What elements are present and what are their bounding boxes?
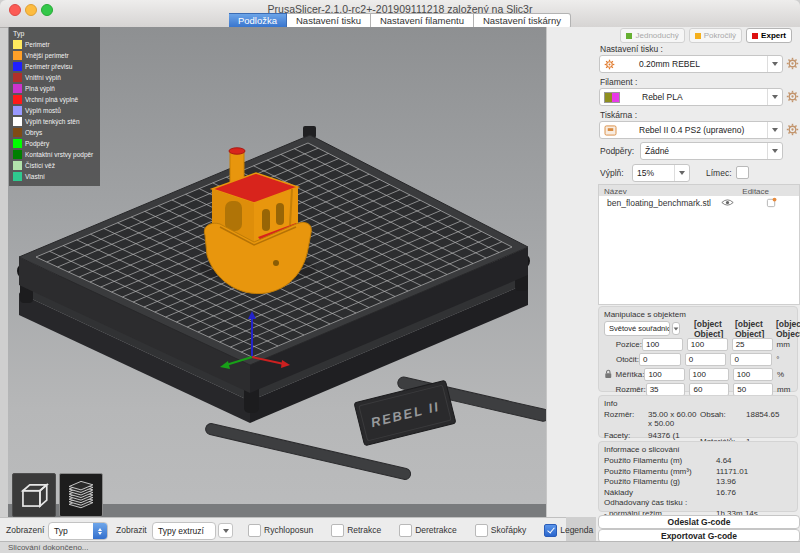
legend-color-swatch [13,84,22,93]
mode-button[interactable]: Pokročilý [689,28,742,43]
brim-checkbox[interactable] [736,166,749,179]
mode-button[interactable]: Expert [746,28,792,43]
show-label: Zobrazit [116,525,147,535]
legend-color-swatch [13,40,22,49]
legend-color-swatch [13,150,22,159]
checkbox-box[interactable] [248,524,261,537]
value-input-x[interactable]: 100 [642,338,683,351]
title-bar: PrusaSlicer-2.1.0-rc2+-201909111218 zalo… [0,0,800,28]
legend-item-label: Perimetr převisu [25,63,72,70]
legend-color-swatch [13,51,22,60]
checkbox-box[interactable] [544,524,557,537]
cube-icon [17,478,51,512]
show-combo[interactable]: Typy extruzí [152,522,216,540]
preview-view-button[interactable] [59,473,103,517]
toolbar-checkbox[interactable]: Legenda [544,524,593,537]
sliced-info-row: Použito Filamentu (g) 13.96 [604,477,792,488]
toolbar-checkbox[interactable]: Skořápky [475,524,526,537]
print-settings-gear-button[interactable] [786,57,799,70]
toolbar-checkbox[interactable]: Retrakce [331,524,381,537]
value-input-x[interactable]: 0 [639,353,681,366]
view-popup[interactable]: Typ [48,522,108,540]
filament-color-swatch [604,92,620,103]
legend-item-label: Vnitřní výplň [25,74,61,81]
value-input-z[interactable]: 100 [733,368,773,381]
legend-color-swatch [13,161,22,170]
filament-label: Filament : [600,77,637,87]
checkbox-box[interactable] [331,524,344,537]
axis-header: [object Object] [776,319,800,339]
object-row[interactable]: ben_floating_benchmark.stl [599,196,799,209]
checkbox-label: Retrakce [347,525,381,535]
sliced-info-row: Náklady 16.76 [604,488,792,499]
value-input-x[interactable]: 35 [646,383,686,396]
filament-combo[interactable]: Rebel PLA [599,88,783,106]
manipulation-row-label: Rozměr: [615,385,645,394]
axis-header: [object Object] [735,319,776,339]
dropdown-arrow[interactable] [767,122,782,138]
sliced-info-value: 11171.01 [716,467,748,478]
sliced-info-label: Použito Filamentu (m) [604,456,716,467]
info-value: 35.00 x 60.00 x 50.00 [648,410,700,428]
value-input-y[interactable]: 60 [689,383,729,396]
mode-button[interactable]: Jednoduchý [620,28,684,43]
legend-item: Vrchní plná výplně [12,94,97,105]
checkbox-box[interactable] [399,524,412,537]
info-label: Rozměr: [604,410,648,428]
infill-combo[interactable]: 15% [632,164,690,182]
legend-item-label: Vnější perimetr [25,52,69,59]
legend-item: Výplň tenkých stěn [12,116,97,127]
supports-combo[interactable]: Žádné [640,142,783,160]
toolbar-checkbox[interactable]: Rychloposun [248,524,313,537]
dropdown-arrow[interactable] [767,56,782,72]
sliced-info-label: Náklady [604,488,716,499]
legend-item-label: Kontaktní vrstvy podpěr [25,151,93,158]
filament-gear-button[interactable] [786,90,799,103]
value-input-x[interactable]: 100 [644,368,684,381]
manipulation-row-label: Měřítka: [616,370,645,379]
value-input-y[interactable]: 100 [689,368,729,381]
legend-item: Čistící věž [12,160,97,171]
scale-lock-icon[interactable] [604,369,613,379]
brim-label: Límec: [706,168,732,178]
dropdown-arrow[interactable] [767,143,782,159]
value-input-y[interactable]: 100 [687,338,728,351]
checkbox-label: Rychloposun [264,525,313,535]
legend-item: Perimetr [12,39,97,50]
object-list[interactable]: ben_floating_benchmark.stl [598,196,800,305]
value-input-y[interactable]: 0 [685,353,727,366]
value-input-z[interactable]: 25 [732,338,773,351]
legend-item: Perimetr převisu [12,61,97,72]
legend-item: Vnitřní výplň [12,72,97,83]
preview-bottom-toolbar: Zobrazení Typ Zobrazit Typy extruzí Rych… [0,517,566,542]
legend-item-label: Obrys [25,129,42,136]
checkbox-box[interactable] [475,524,488,537]
coord-dropdown-button[interactable] [672,322,680,335]
sliced-info-value: 13.96 [716,477,736,488]
axis-header: [object Object] [694,319,735,339]
legend-color-swatch [13,62,22,71]
send-gcode-button[interactable]: Odeslat G-code [598,515,800,529]
unit-label: mm [777,385,792,394]
printer-combo[interactable]: Rebel II 0.4 PS2 (upraveno) [599,121,783,139]
value-input-z[interactable]: 50 [733,383,773,396]
edit-object-icon[interactable] [766,197,777,208]
editor-view-button[interactable] [12,473,56,517]
checkbox-label: Legenda [560,525,593,535]
coordinate-system-combo[interactable]: Světové souřadnice [604,321,670,336]
gl-canvas-3d-view[interactable]: REBEL II [8,27,546,517]
print-settings-combo[interactable]: 0.20mm REBEL [599,55,783,73]
popup-stepper[interactable] [93,523,107,539]
manipulation-row: Měřítka: 100 100 100 % [604,367,792,381]
show-dropdown-button[interactable] [218,523,233,538]
toolbar-checkbox[interactable]: Deretrakce [399,524,457,537]
sliced-info-label: Použito Filamentu (mm³) [604,467,716,478]
printer-gear-button[interactable] [786,123,799,136]
legend-item-label: Vlastní [25,173,45,180]
name-column-header: Název [604,187,742,196]
value-input-z[interactable]: 0 [730,353,772,366]
visibility-eye-icon[interactable] [721,198,734,207]
layers-icon [64,478,98,512]
dropdown-arrow[interactable] [767,89,782,105]
dropdown-arrow[interactable] [674,165,689,181]
